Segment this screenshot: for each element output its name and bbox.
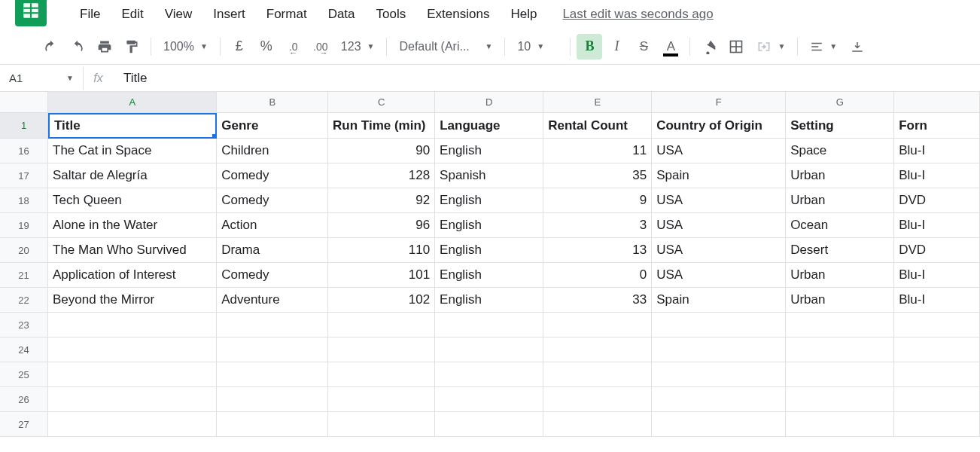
row-header-26[interactable]: 26 — [0, 387, 48, 412]
cell[interactable] — [652, 362, 786, 387]
cell[interactable]: Tech Queen — [48, 188, 217, 213]
cell[interactable] — [48, 337, 217, 362]
last-edit-link[interactable]: Last edit was seconds ago — [562, 7, 713, 22]
cell[interactable] — [48, 387, 217, 412]
cell[interactable] — [217, 313, 328, 337]
cell[interactable] — [786, 337, 894, 362]
cell[interactable]: Saltar de Alegría — [48, 163, 217, 188]
cell[interactable]: 0 — [543, 263, 652, 288]
strikethrough-button[interactable]: S — [631, 34, 656, 60]
menu-format[interactable]: Format — [256, 2, 318, 26]
cell[interactable] — [217, 412, 328, 437]
cell[interactable] — [328, 362, 435, 387]
text-color-button[interactable]: A — [658, 34, 683, 60]
cell[interactable]: USA — [652, 263, 786, 288]
column-header-D[interactable]: D — [435, 92, 543, 113]
cell[interactable] — [217, 387, 328, 412]
cell-F1[interactable]: Country of Origin — [652, 113, 786, 139]
cell[interactable] — [217, 362, 328, 387]
cell[interactable]: 101 — [328, 263, 435, 288]
column-header-A[interactable]: A — [48, 92, 217, 113]
cell[interactable] — [652, 313, 786, 337]
cell[interactable] — [48, 362, 217, 387]
cell[interactable] — [786, 412, 894, 437]
cell[interactable]: 90 — [328, 139, 435, 163]
cell[interactable] — [328, 337, 435, 362]
cell[interactable] — [328, 387, 435, 412]
cell[interactable]: USA — [652, 188, 786, 213]
cell-E1[interactable]: Rental Count — [543, 113, 652, 139]
cell[interactable]: Children — [217, 139, 328, 163]
column-header-C[interactable]: C — [328, 92, 435, 113]
cell-G1[interactable]: Setting — [786, 113, 894, 139]
cell[interactable]: Space — [786, 139, 894, 163]
cell[interactable]: Comedy — [217, 163, 328, 188]
cell[interactable]: Blu-I — [894, 213, 980, 238]
percent-button[interactable]: % — [254, 34, 279, 60]
italic-button[interactable]: I — [604, 34, 629, 60]
column-header-G[interactable]: G — [786, 92, 894, 113]
menu-insert[interactable]: Insert — [202, 2, 256, 26]
cell[interactable] — [543, 313, 652, 337]
undo-button[interactable] — [38, 34, 63, 60]
cell[interactable]: 35 — [543, 163, 652, 188]
column-header-B[interactable]: B — [217, 92, 328, 113]
cell[interactable] — [543, 387, 652, 412]
cell-A1[interactable]: Title — [48, 113, 217, 139]
formula-input[interactable] — [113, 71, 980, 86]
cell[interactable]: Comedy — [217, 263, 328, 288]
cell[interactable]: Spain — [652, 288, 786, 313]
print-button[interactable] — [92, 34, 117, 60]
row-header-16[interactable]: 16 — [0, 139, 48, 163]
cell[interactable]: Blu-I — [894, 139, 980, 163]
cell[interactable]: Action — [217, 213, 328, 238]
column-header-E[interactable]: E — [543, 92, 652, 113]
paint-format-button[interactable] — [119, 34, 145, 60]
cell[interactable]: English — [435, 263, 543, 288]
font-select[interactable]: Default (Ari...▼ — [393, 37, 498, 56]
cell[interactable] — [48, 412, 217, 437]
row-header-20[interactable]: 20 — [0, 238, 48, 263]
cell[interactable]: Urban — [786, 263, 894, 288]
cell[interactable]: Urban — [786, 188, 894, 213]
cell[interactable]: 102 — [328, 288, 435, 313]
vertical-align-button[interactable] — [845, 37, 870, 56]
cell[interactable] — [328, 313, 435, 337]
cell[interactable] — [786, 313, 894, 337]
row-header-19[interactable]: 19 — [0, 213, 48, 238]
cell[interactable]: English — [435, 213, 543, 238]
cell[interactable]: Spain — [652, 163, 786, 188]
cell[interactable]: 9 — [543, 188, 652, 213]
cell[interactable]: English — [435, 188, 543, 213]
cell[interactable]: Desert — [786, 238, 894, 263]
row-header-18[interactable]: 18 — [0, 188, 48, 213]
cell[interactable]: Urban — [786, 288, 894, 313]
merge-button[interactable]: ▼ — [750, 36, 791, 57]
cell[interactable]: 3 — [543, 213, 652, 238]
menu-edit[interactable]: Edit — [111, 2, 154, 26]
horizontal-align-button[interactable]: ▼ — [804, 37, 843, 56]
cell[interactable]: Blu-I — [894, 263, 980, 288]
cell[interactable] — [894, 337, 980, 362]
cell[interactable]: Alone in the Water — [48, 213, 217, 238]
cell[interactable] — [786, 387, 894, 412]
cell[interactable]: Blu-I — [894, 288, 980, 313]
cell[interactable]: 13 — [543, 238, 652, 263]
select-all-corner[interactable] — [0, 92, 48, 113]
cell[interactable] — [435, 337, 543, 362]
cell[interactable] — [786, 362, 894, 387]
cell[interactable] — [652, 387, 786, 412]
bold-button[interactable]: B — [577, 34, 602, 60]
column-header-partial[interactable] — [894, 92, 980, 113]
row-header-21[interactable]: 21 — [0, 263, 48, 288]
cell[interactable]: Spanish — [435, 163, 543, 188]
cell[interactable]: Drama — [217, 238, 328, 263]
cell[interactable]: Ocean — [786, 213, 894, 238]
cell-D1[interactable]: Language — [435, 113, 543, 139]
menu-help[interactable]: Help — [500, 2, 547, 26]
grid-body[interactable]: Title Genre Run Time (min) Language Rent… — [48, 113, 980, 452]
cell[interactable]: 33 — [543, 288, 652, 313]
cell[interactable]: The Man Who Survived — [48, 238, 217, 263]
cell[interactable] — [435, 412, 543, 437]
cell[interactable]: 11 — [543, 139, 652, 163]
